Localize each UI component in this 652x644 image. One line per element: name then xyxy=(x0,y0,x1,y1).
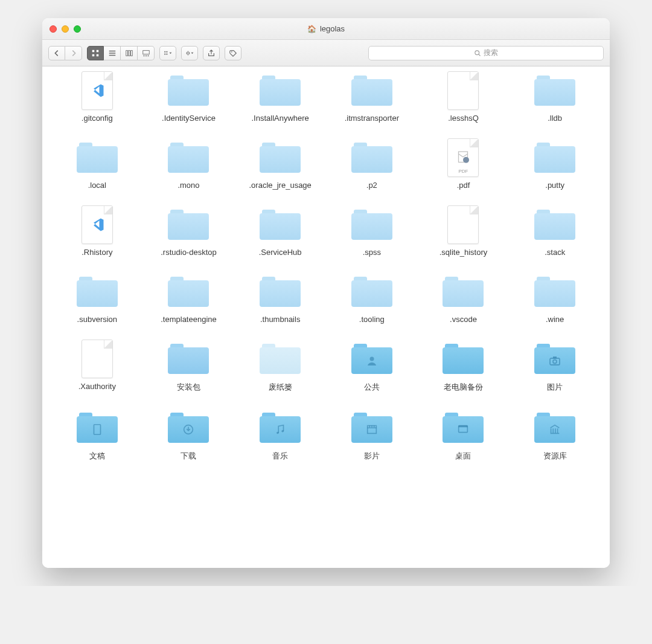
share-icon xyxy=(207,49,216,57)
search-field[interactable]: 搜索 xyxy=(368,46,604,60)
tags-button[interactable] xyxy=(225,46,241,60)
folder-icon xyxy=(166,207,211,243)
arrange-button[interactable] xyxy=(159,46,176,60)
home-icon: 🏠 xyxy=(307,25,316,33)
file-item[interactable]: 安装包 xyxy=(146,341,232,393)
file-item[interactable]: 废纸篓 xyxy=(237,341,323,393)
file-item[interactable]: 图片 xyxy=(512,341,598,393)
file-label: 图片 xyxy=(547,382,563,393)
file-item[interactable]: 下载 xyxy=(146,410,232,462)
folder-icon xyxy=(350,207,394,243)
file-item[interactable]: .vscode xyxy=(421,274,507,324)
window-title-text: legolas xyxy=(320,24,345,33)
file-item[interactable]: .stack xyxy=(512,207,598,257)
file-item[interactable]: .mono xyxy=(146,140,232,190)
file-item[interactable]: 音乐 xyxy=(237,410,323,462)
file-label: .IdentityService xyxy=(162,114,216,123)
file-item[interactable]: .itmstransporter xyxy=(329,72,415,123)
finder-window: 🏠 legolas xyxy=(42,18,610,568)
tags-group xyxy=(225,46,241,60)
column-view-button[interactable] xyxy=(121,46,138,60)
file-item[interactable]: .gitconfig xyxy=(54,72,140,123)
file-label: .putty xyxy=(545,181,564,190)
file-item[interactable]: 资源库 xyxy=(512,410,598,462)
list-view-button[interactable] xyxy=(104,46,121,60)
folder-icon xyxy=(166,341,211,377)
file-label: .vscode xyxy=(450,315,477,324)
file-label: 影片 xyxy=(364,451,380,462)
file-item[interactable]: .InstallAnywhere xyxy=(237,72,323,123)
folder-icon xyxy=(350,72,394,109)
minimize-button[interactable] xyxy=(62,25,69,33)
file-item[interactable]: .p2 xyxy=(329,140,415,190)
file-label: .Xauthority xyxy=(78,382,116,391)
file-item[interactable]: .rstudio-desktop xyxy=(146,207,232,257)
fullscreen-button[interactable] xyxy=(74,25,81,33)
folder-icon xyxy=(532,72,577,109)
folder-icon xyxy=(350,274,394,310)
folder-icon xyxy=(75,140,120,176)
file-label: .p2 xyxy=(366,181,377,190)
file-item[interactable]: .templateengine xyxy=(146,274,232,324)
file-item[interactable]: .spss xyxy=(329,207,415,257)
folder-icon xyxy=(532,140,577,176)
svg-rect-8 xyxy=(143,55,144,56)
gallery-view-button[interactable] xyxy=(138,46,155,60)
svg-rect-6 xyxy=(130,50,132,56)
file-item[interactable]: PDF.pdf xyxy=(421,140,507,190)
toolbar: 搜索 xyxy=(42,40,610,66)
file-item[interactable]: .putty xyxy=(512,140,598,190)
file-item[interactable]: .thumbnails xyxy=(237,274,323,324)
file-item[interactable]: .Xauthority xyxy=(54,341,140,393)
content-area[interactable]: .gitconfig.IdentityService.InstallAnywhe… xyxy=(42,66,610,568)
file-item[interactable]: 文稿 xyxy=(54,410,140,462)
file-label: .templateengine xyxy=(161,315,217,324)
gear-icon xyxy=(185,49,194,57)
file-item[interactable]: 桌面 xyxy=(421,410,507,462)
close-button[interactable] xyxy=(50,25,57,33)
file-item[interactable]: .ServiceHub xyxy=(237,207,323,257)
forward-button[interactable] xyxy=(65,46,82,60)
folder-icon xyxy=(166,140,211,176)
back-button[interactable] xyxy=(48,46,65,60)
file-item[interactable]: .lesshsQ xyxy=(421,72,507,123)
svg-point-16 xyxy=(188,53,189,54)
file-item[interactable]: .oracle_jre_usage xyxy=(237,140,323,190)
action-group xyxy=(181,46,198,60)
nav-buttons xyxy=(48,46,82,60)
folder-icon xyxy=(350,410,394,446)
file-item[interactable]: .local xyxy=(54,140,140,190)
file-item[interactable]: .tooling xyxy=(329,274,415,324)
file-item[interactable]: .Rhistory xyxy=(54,207,140,257)
file-item[interactable]: .IdentityService xyxy=(146,72,232,123)
folder-icon xyxy=(350,341,394,377)
file-icon xyxy=(441,72,485,109)
file-item[interactable]: .lldb xyxy=(512,72,598,123)
titlebar[interactable]: 🏠 legolas xyxy=(42,18,610,40)
file-item[interactable]: .wine xyxy=(512,274,598,324)
folder-icon xyxy=(258,140,302,176)
share-button[interactable] xyxy=(203,46,220,60)
file-grid: .gitconfig.IdentityService.InstallAnywhe… xyxy=(54,72,598,462)
svg-point-21 xyxy=(369,357,374,361)
action-button[interactable] xyxy=(181,46,198,60)
file-label: .pdf xyxy=(457,181,470,190)
svg-rect-25 xyxy=(94,425,100,435)
file-label: .InstallAnywhere xyxy=(251,114,308,123)
traffic-lights xyxy=(50,25,81,33)
columns-icon xyxy=(125,49,133,57)
folder-icon xyxy=(350,140,394,176)
file-label: .ServiceHub xyxy=(259,248,302,257)
icon-view-button[interactable] xyxy=(87,46,104,60)
file-item[interactable]: 老电脑备份 xyxy=(421,341,507,393)
file-label: 资源库 xyxy=(543,451,567,462)
svg-rect-24 xyxy=(553,356,557,358)
svg-point-20 xyxy=(463,157,469,163)
file-item[interactable]: 影片 xyxy=(329,410,415,462)
file-item[interactable]: .sqlite_history xyxy=(421,207,507,257)
file-item[interactable]: 公共 xyxy=(329,341,415,393)
file-label: 桌面 xyxy=(455,451,471,462)
file-item[interactable]: .subversion xyxy=(54,274,140,324)
search-placeholder: 搜索 xyxy=(484,48,498,58)
svg-rect-0 xyxy=(92,50,95,52)
